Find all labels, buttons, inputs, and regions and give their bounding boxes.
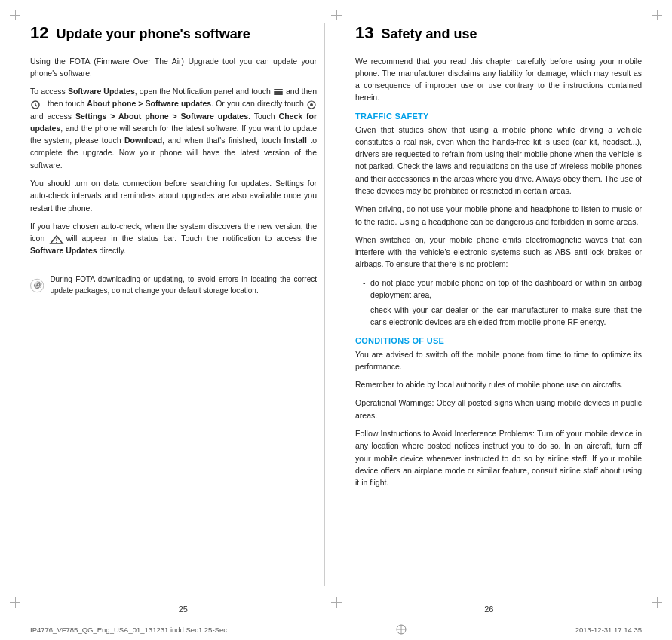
page-number-left: 25 xyxy=(179,605,188,614)
crosshair-tr xyxy=(649,8,664,23)
page-number-right: 26 xyxy=(484,605,493,614)
conditions-heading: CONDITIONS OF USE xyxy=(355,336,642,345)
crosshair-bl xyxy=(8,595,23,610)
page: 12 Update your phone's software Using th… xyxy=(0,0,672,640)
crosshair-tl xyxy=(8,8,23,23)
right-column: 13 Safety and use We recommend that you … xyxy=(348,23,642,586)
fota-icon xyxy=(30,274,44,298)
footer-file-info: IP4776_VF785_QG_Eng_USA_01_131231.indd S… xyxy=(30,626,227,634)
crosshair-cb xyxy=(329,595,344,610)
chapter-12-title: 12 Update your phone's software xyxy=(30,23,317,44)
traffic-safety-heading: TRAFFIC SAFETY xyxy=(355,112,642,121)
bullet-1: do not place your mobile phone on top of… xyxy=(363,277,642,302)
svg-point-7 xyxy=(310,103,313,106)
cou-para-1: You are advised to switch off the mobile… xyxy=(355,348,642,373)
right-intro: We recommend that you read this chapter … xyxy=(355,55,642,104)
tip-text: During FOTA downloading or updating, to … xyxy=(50,274,317,296)
footer: IP4776_VF785_QG_Eng_USA_01_131231.indd S… xyxy=(0,617,672,640)
cou-para-3: Operational Warnings: Obey all posted si… xyxy=(355,397,642,421)
left-para-1: Using the FOTA (Firmware Over The Air) U… xyxy=(30,55,317,80)
crosshair-br xyxy=(649,595,664,610)
left-para-4: If you have chosen auto-check, when the … xyxy=(30,220,317,257)
traffic-para-1: Given that studies show that using a mob… xyxy=(355,124,642,198)
crosshair-ct xyxy=(329,8,344,23)
tip-box: During FOTA downloading or updating, to … xyxy=(30,268,317,304)
left-column: 12 Update your phone's software Using th… xyxy=(30,23,325,586)
svg-rect-1 xyxy=(274,91,283,93)
svg-line-5 xyxy=(35,105,37,106)
left-para-3: You should turn on data connection befor… xyxy=(30,177,317,214)
cou-para-4: Follow Instructions to Avoid Interferenc… xyxy=(355,427,642,488)
svg-rect-0 xyxy=(274,89,283,90)
main-content: 12 Update your phone's software Using th… xyxy=(0,0,672,602)
traffic-para-2: When driving, do not use your mobile pho… xyxy=(355,203,642,228)
svg-point-9 xyxy=(56,242,57,243)
traffic-para-3: When switched on, your mobile phone emit… xyxy=(355,234,642,271)
traffic-bullets: do not place your mobile phone on top of… xyxy=(355,277,642,329)
cou-para-2: Remember to abide by local authority rul… xyxy=(355,378,642,390)
bullet-2: check with your car dealer or the car ma… xyxy=(363,304,642,329)
chapter-13-title: 13 Safety and use xyxy=(355,23,642,44)
svg-rect-2 xyxy=(274,93,283,95)
left-para-2: To access Software Updates, open the Not… xyxy=(30,85,317,171)
footer-crosshair-icon xyxy=(395,623,407,635)
footer-date: 2013-12-31 17:14:35 xyxy=(575,626,642,634)
